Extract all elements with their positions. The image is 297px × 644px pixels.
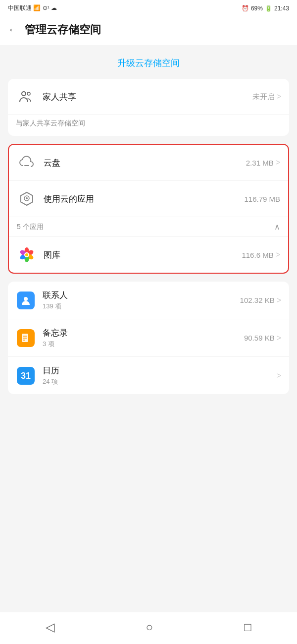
recents-nav-button[interactable]: □ bbox=[236, 618, 259, 636]
red-section: 云盘 2.31 MB > 使用云的应用 116.79 MB 5 个应用 ∧ bbox=[8, 144, 289, 274]
contacts-label: 联系人 bbox=[43, 290, 240, 301]
back-nav-button[interactable]: ◁ bbox=[38, 618, 62, 636]
cloud-disk-value: 2.31 MB bbox=[246, 159, 274, 167]
battery-icon: 🔋 bbox=[265, 5, 272, 12]
notes-value: 90.59 KB bbox=[244, 334, 275, 342]
family-status-value: 未开启 bbox=[252, 92, 275, 102]
contacts-chevron: > bbox=[277, 296, 281, 305]
cloud-apps-label: 使用云的应用 bbox=[44, 194, 94, 204]
status-right: ⏰ 69% 🔋 21:43 bbox=[242, 5, 289, 12]
svg-point-0 bbox=[22, 92, 26, 96]
calendar-right: > bbox=[275, 371, 281, 380]
contacts-text: 联系人 139 项 bbox=[43, 290, 240, 311]
calendar-item[interactable]: 31 日历 24 项 > bbox=[8, 357, 289, 394]
cloud-apps-right: 116.79 MB bbox=[244, 195, 280, 203]
time: 21:43 bbox=[274, 5, 289, 12]
calendar-label: 日历 bbox=[43, 365, 275, 376]
contacts-icon bbox=[16, 291, 36, 310]
svg-point-2 bbox=[26, 197, 28, 199]
gallery-item[interactable]: 图库 116.6 MB > bbox=[9, 236, 288, 273]
notes-icon bbox=[16, 328, 36, 348]
svg-point-10 bbox=[25, 253, 28, 256]
collapse-icon: ∧ bbox=[274, 222, 280, 232]
notes-text: 备忘录 3 项 bbox=[43, 327, 244, 349]
carrier: 中国联通 📶 ⊙¹ ☁ bbox=[8, 4, 57, 12]
contacts-value: 102.32 KB bbox=[240, 296, 275, 304]
family-description: 与家人共享云存储空间 bbox=[8, 115, 289, 136]
notes-sublabel: 3 项 bbox=[43, 340, 244, 349]
notes-chevron: > bbox=[277, 334, 281, 343]
notes-item[interactable]: 备忘录 3 项 90.59 KB > bbox=[8, 319, 289, 357]
cloud-apps-item[interactable]: 使用云的应用 116.79 MB bbox=[9, 181, 288, 217]
family-chevron: > bbox=[277, 92, 281, 101]
cloud-apps-value: 116.79 MB bbox=[244, 195, 280, 203]
status-bar: 中国联通 📶 ⊙¹ ☁ ⏰ 69% 🔋 21:43 bbox=[0, 0, 297, 16]
calendar-icon: 31 bbox=[16, 366, 36, 386]
cloud-disk-item[interactable]: 云盘 2.31 MB > bbox=[9, 145, 288, 181]
app-list-card: 联系人 139 项 102.32 KB > 备忘录 3 项 90.59 KB bbox=[8, 282, 289, 394]
gallery-value: 116.6 MB bbox=[242, 251, 273, 259]
calendar-text: 日历 24 项 bbox=[43, 365, 275, 386]
upgrade-section: 升级云存储空间 bbox=[0, 45, 297, 79]
battery-level: 69% bbox=[251, 5, 263, 12]
gallery-text: 图库 bbox=[44, 249, 242, 261]
contacts-sublabel: 139 项 bbox=[43, 302, 240, 311]
contacts-right: 102.32 KB > bbox=[240, 296, 281, 305]
calendar-chevron: > bbox=[277, 371, 281, 380]
svg-point-1 bbox=[27, 92, 30, 95]
gallery-icon bbox=[17, 245, 37, 265]
gallery-right: 116.6 MB > bbox=[242, 250, 280, 259]
upgrade-button[interactable]: 升级云存储空间 bbox=[117, 57, 180, 69]
gallery-chevron: > bbox=[276, 250, 280, 259]
clock-icon: ⏰ bbox=[242, 5, 249, 12]
cloud-icon bbox=[17, 153, 37, 173]
family-label: 家人共享 bbox=[43, 92, 76, 102]
apps-expand-row[interactable]: 5 个应用 ∧ bbox=[9, 217, 288, 236]
calendar-sublabel: 24 项 bbox=[43, 377, 275, 386]
notes-label: 备忘录 bbox=[43, 327, 244, 339]
cloud-apps-text: 使用云的应用 bbox=[44, 193, 244, 205]
bottom-nav: ◁ ○ □ bbox=[0, 612, 297, 644]
svg-point-11 bbox=[24, 297, 28, 301]
family-sharing-item[interactable]: 家人共享 未开启 > bbox=[8, 79, 289, 115]
header: ← 管理云存储空间 bbox=[0, 16, 297, 45]
family-label-text: 家人共享 bbox=[43, 91, 252, 103]
back-button[interactable]: ← bbox=[8, 23, 19, 36]
contacts-item[interactable]: 联系人 139 项 102.32 KB > bbox=[8, 282, 289, 319]
notes-right: 90.59 KB > bbox=[244, 334, 281, 343]
cloud-disk-right: 2.31 MB > bbox=[246, 158, 280, 167]
apps-count-label: 5 个应用 bbox=[17, 223, 44, 232]
page-title: 管理云存储空间 bbox=[25, 22, 101, 37]
cloud-disk-text: 云盘 bbox=[44, 157, 246, 169]
cloud-disk-chevron: > bbox=[276, 158, 280, 167]
person-group-icon bbox=[16, 87, 36, 107]
family-status: 未开启 > bbox=[252, 92, 281, 102]
cloud-disk-label: 云盘 bbox=[44, 158, 60, 168]
home-nav-button[interactable]: ○ bbox=[138, 618, 161, 636]
cloud-hex-icon bbox=[17, 189, 37, 209]
family-card: 家人共享 未开启 > 与家人共享云存储空间 bbox=[8, 79, 289, 136]
gallery-label: 图库 bbox=[44, 250, 60, 260]
